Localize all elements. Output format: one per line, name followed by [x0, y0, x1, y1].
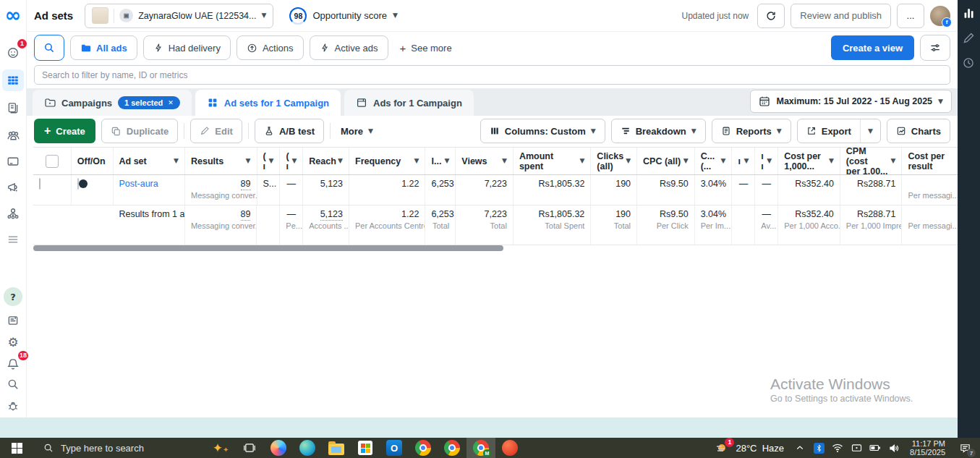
ab-test-button[interactable]: A/B test — [255, 119, 324, 143]
filter-chip-active-ads[interactable]: Active ads — [310, 35, 388, 60]
off-on-toggle[interactable] — [77, 178, 79, 190]
sort-caret-icon[interactable]: ▼ — [268, 158, 273, 164]
col-cpc[interactable]: CPC (all)▼ — [637, 148, 695, 174]
volume-icon[interactable] — [885, 438, 903, 458]
taskbar-clock[interactable]: 11:17 PM 8/15/2025 — [904, 439, 951, 457]
select-all-checkbox[interactable] — [46, 155, 59, 168]
row-checkbox[interactable] — [39, 178, 41, 190]
col-views[interactable]: Views▼ — [456, 148, 514, 174]
sort-caret-icon[interactable]: ▼ — [414, 158, 419, 164]
col-truncated-3[interactable]: ı▼ — [732, 148, 755, 174]
sort-caret-icon[interactable]: ▼ — [626, 158, 631, 164]
col-reach[interactable]: Reach▼ — [303, 148, 349, 174]
sort-caret-icon[interactable]: ▼ — [829, 158, 834, 164]
filter-chip-had-delivery[interactable]: Had delivery — [143, 35, 231, 60]
more-options-button[interactable]: ... — [897, 4, 924, 28]
columns-button[interactable]: Columns: Custom ▼ — [480, 119, 605, 143]
edit-button[interactable]: Edit — [190, 119, 242, 143]
assets-nav-icon[interactable] — [2, 203, 24, 224]
col-truncated-1[interactable]: (ı▼ — [257, 148, 281, 174]
tab-campaigns[interactable]: Campaigns 1 selected ✕ — [33, 90, 192, 116]
breakdown-button[interactable]: Breakdown ▼ — [611, 119, 706, 143]
chrome-active-window-icon[interactable]: M — [466, 438, 495, 458]
col-frequency[interactable]: Frequency▼ — [349, 148, 425, 174]
campaigns-nav-icon[interactable] — [2, 69, 24, 91]
table-row[interactable]: Post-aura 89Messaging conver... S... — 5… — [33, 175, 963, 205]
row-select-cell[interactable] — [33, 175, 72, 205]
sort-caret-icon[interactable]: ▼ — [502, 158, 507, 164]
tab-adsets[interactable]: Ad sets for 1 Campaign — [195, 90, 341, 116]
filter-chip-all-ads[interactable]: All ads — [70, 35, 137, 60]
avatar[interactable]: f — [930, 6, 950, 26]
select-all-cell[interactable] — [33, 148, 72, 174]
horizontal-scrollbar-thumb[interactable] — [33, 245, 503, 251]
settings-gear-icon[interactable]: ⚙ — [2, 331, 24, 353]
tab-ads[interactable]: Ads for 1 Campaign — [344, 90, 474, 116]
adset-link[interactable]: Post-aura — [119, 178, 179, 190]
search-nav-icon[interactable] — [2, 373, 24, 395]
see-more-button[interactable]: + See more — [394, 35, 458, 60]
export-dropdown-button[interactable]: ▼ — [860, 119, 880, 143]
wifi-icon[interactable] — [829, 438, 846, 458]
show-hidden-icons-chevron[interactable] — [791, 438, 809, 458]
adset-name-cell[interactable]: Post-aura — [114, 175, 185, 205]
date-range-selector[interactable]: Maximum: 15 Jul 2022 - 15 Aug 2025 ▼ — [750, 90, 952, 113]
sort-caret-icon[interactable]: ▼ — [743, 158, 749, 164]
meta-logo-icon[interactable]: ∞ — [1, 1, 25, 27]
review-publish-button[interactable]: Review and publish — [791, 4, 891, 28]
selected-filter-badge[interactable]: 1 selected ✕ — [118, 96, 180, 109]
ads-reporting-nav-icon[interactable] — [2, 177, 24, 198]
report-bug-icon[interactable] — [2, 395, 24, 417]
pages-nav-icon[interactable] — [2, 97, 24, 119]
all-tools-menu-icon[interactable] — [2, 229, 24, 250]
create-button[interactable]: + Create — [34, 119, 95, 143]
cast-screen-icon[interactable] — [848, 438, 865, 458]
col-results[interactable]: Results▼ — [185, 148, 257, 174]
create-view-button[interactable]: Create a view — [831, 35, 914, 60]
more-menu-button[interactable]: More ▼ — [336, 126, 378, 137]
sort-caret-icon[interactable]: ▼ — [579, 158, 584, 164]
notifications-bell-icon[interactable]: 18 — [2, 353, 24, 375]
col-ctr[interactable]: C...(...▼ — [695, 148, 733, 174]
sort-caret-icon[interactable]: ▼ — [683, 158, 689, 164]
col-truncated-2[interactable]: (ı▼ — [280, 148, 303, 174]
export-button[interactable]: Export — [798, 119, 860, 143]
file-explorer-icon[interactable] — [322, 438, 351, 458]
updates-icon[interactable] — [2, 310, 24, 331]
task-view-button[interactable] — [235, 438, 264, 458]
opportunity-score[interactable]: 98 Opportunity score ▼ — [289, 7, 398, 25]
audiences-nav-icon[interactable] — [2, 124, 24, 146]
sort-caret-icon[interactable]: ▼ — [174, 158, 179, 164]
chrome-icon-2[interactable] — [438, 438, 466, 458]
sort-caret-icon[interactable]: ▼ — [444, 158, 449, 164]
chrome-icon[interactable] — [409, 438, 438, 458]
sort-caret-icon[interactable]: ▼ — [291, 158, 297, 164]
account-selector[interactable]: ▣ ZaynaraGlow UAE (122534... ▼ — [85, 4, 273, 28]
edit-pencil-icon[interactable] — [962, 32, 976, 46]
filter-search-button[interactable] — [34, 35, 64, 61]
refresh-button[interactable] — [757, 4, 785, 28]
col-cost-per-result[interactable]: Cost perresult — [902, 148, 963, 174]
start-button[interactable] — [0, 438, 33, 458]
col-impressions[interactable]: I...▼ — [425, 148, 456, 174]
bluetooth-icon[interactable] — [810, 438, 827, 458]
filter-chip-actions[interactable]: Actions — [237, 35, 304, 60]
copilot-app-icon[interactable] — [264, 438, 293, 458]
taskbar-search[interactable]: Type here to search — [33, 443, 206, 454]
sort-caret-icon[interactable]: ▼ — [338, 158, 343, 164]
col-truncated-4[interactable]: ıı▼ — [755, 148, 778, 174]
col-clicks[interactable]: Clicks(all)▼ — [591, 148, 637, 174]
insights-chart-icon[interactable] — [962, 6, 976, 20]
weather-widget[interactable]: 1 28°C Haze — [710, 441, 790, 454]
charts-button[interactable]: Charts — [887, 119, 950, 143]
help-icon[interactable]: ? — [2, 286, 24, 308]
battery-icon[interactable] — [866, 438, 884, 458]
sort-caret-icon[interactable]: ▼ — [767, 158, 772, 164]
col-amount-spent[interactable]: Amount spent▼ — [514, 148, 591, 174]
duplicate-button[interactable]: Duplicate — [101, 119, 179, 143]
reports-button[interactable]: Reports ▼ — [712, 119, 791, 143]
account-overview-icon[interactable]: 1 — [2, 42, 24, 64]
action-center-button[interactable]: 7 — [953, 438, 977, 458]
col-cost-per-1000[interactable]: Cost per1,000...▼ — [778, 148, 840, 174]
pinned-app-icon[interactable] — [495, 438, 524, 458]
